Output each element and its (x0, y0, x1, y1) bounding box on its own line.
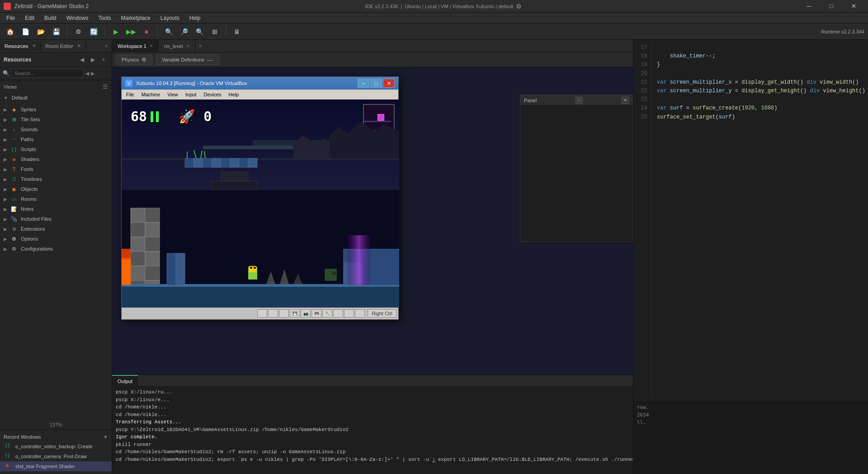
close-button[interactable]: ✕ (844, 0, 864, 13)
game-minimize-button[interactable]: ─ (358, 79, 369, 88)
maximize-button[interactable]: □ (821, 0, 842, 13)
game-menu-machine[interactable]: Machine (139, 91, 163, 98)
svg-line-45 (204, 151, 205, 158)
game-bottom-btn-8[interactable]: ℹ (333, 309, 343, 318)
add-resource-button[interactable]: + (99, 55, 108, 64)
sprites-label: Sprites (21, 107, 36, 112)
game-bottom-btn-6[interactable]: 🎮 (311, 309, 321, 318)
tab-room-editor-close[interactable]: ✕ (77, 43, 81, 49)
search-next-button[interactable]: ▶ (91, 71, 94, 76)
floating-panel-close[interactable]: ✕ (622, 97, 629, 104)
sidebar-item-notes[interactable]: ▶ 📝 Notes (0, 204, 112, 214)
run-button[interactable]: ▶ (109, 25, 122, 38)
sidebar-item-sounds[interactable]: ▶ ♪ Sounds (0, 124, 112, 134)
home-button[interactable]: 🏠 (4, 25, 16, 38)
menu-help[interactable]: Help (185, 14, 205, 22)
grid-button[interactable]: ⊞ (208, 25, 221, 38)
floating-panel-minimize[interactable]: □ (576, 97, 583, 104)
tab-resources[interactable]: Resources ✕ (0, 41, 41, 51)
add-tab-button[interactable]: + (101, 41, 112, 51)
minimize-button[interactable]: ─ (798, 0, 819, 13)
menu-build[interactable]: Build (40, 14, 61, 22)
configurations-expand-icon: ▶ (4, 246, 10, 251)
sidebar-item-configurations[interactable]: ▶ ⚙ Configurations (0, 244, 112, 254)
variable-definitions-button[interactable]: Variable Definitions — (156, 54, 219, 65)
debug-button[interactable]: ▶▶ (125, 25, 137, 38)
title-bar: Zeltroid - GameMaker Studio 2 IDE v2.2.3… (0, 0, 868, 13)
zoom-out-button[interactable]: 🔎 (178, 25, 190, 38)
menu-tools[interactable]: Tools (94, 14, 115, 22)
search-icon: 🔍 (3, 70, 9, 76)
sidebar-item-timelines[interactable]: ▶ ⏱ Timelines (0, 174, 112, 184)
tab-resources-close[interactable]: ✕ (32, 43, 36, 49)
settings-button[interactable]: ⚙ (72, 25, 85, 38)
tab-resources-label: Resources (5, 43, 28, 49)
game-bottom-btn-4[interactable]: 💾 (290, 309, 300, 318)
output-tab-label[interactable]: Output (112, 375, 138, 387)
settings-icon[interactable]: ⚙ (516, 3, 522, 10)
game-close-button[interactable]: ✕ (383, 79, 395, 88)
code-content[interactable]: 17 18 19 20 21 22 23 24 25 shake_timer--… (633, 40, 868, 402)
monitor-button[interactable]: 🖥 (231, 25, 243, 38)
save-button[interactable]: 💾 (50, 25, 62, 38)
game-menu-input[interactable]: Input (183, 91, 199, 98)
svg-rect-15 (185, 158, 194, 167)
code-lines[interactable]: shake_timer--; } var screen_multiplier_x… (651, 43, 868, 398)
menu-windows[interactable]: Windows (62, 14, 93, 22)
default-folder-row[interactable]: ▼ Default (0, 93, 112, 103)
menu-file[interactable]: File (2, 14, 19, 22)
sidebar-item-extensions[interactable]: ▶ ⊕ Extensions (0, 224, 112, 234)
add-workspace-button[interactable]: + (195, 41, 206, 51)
sidebar-item-tile-sets[interactable]: ▶ ⊞ Tile Sets (0, 114, 112, 124)
new-button[interactable]: 📄 (19, 25, 32, 38)
sidebar-item-scripts[interactable]: ▶ { } Scripts (0, 144, 112, 154)
workspace-tab-1-close[interactable]: ✕ (149, 43, 153, 48)
sidebar-item-fonts[interactable]: ▶ T Fonts (0, 164, 112, 174)
search-input[interactable] (11, 69, 84, 78)
zoom-in-button[interactable]: 🔍 (162, 25, 175, 38)
refresh-button[interactable]: 🔄 (87, 25, 100, 38)
floating-panel: Panel □ ✕ (520, 95, 633, 242)
stop-button[interactable]: ■ (140, 25, 153, 38)
sidebar-item-paths[interactable]: ▶ 〰 Paths (0, 134, 112, 144)
game-menu-view[interactable]: View (165, 91, 181, 98)
tab-room-editor[interactable]: Room Editor ✕ (41, 41, 86, 51)
recent-item-1[interactable]: { } o_controller_camera: Post-Draw (0, 451, 112, 461)
game-maximize-button[interactable]: □ (370, 79, 382, 88)
svg-rect-12 (145, 266, 160, 280)
recent-item-0[interactable]: { } o_controller_video_backup: Create (0, 441, 112, 451)
expand-button[interactable]: ▶ (88, 55, 97, 64)
status-arrow-icon[interactable]: ▲ (431, 457, 437, 464)
menu-marketplace[interactable]: Marketplace (116, 14, 155, 22)
sidebar-item-rooms[interactable]: ▶ ▭ Rooms (0, 194, 112, 204)
game-bottom-btn-10[interactable]: 🖥 (355, 309, 365, 318)
workspace-tab-rm-level-close[interactable]: ✕ (186, 43, 189, 48)
zoom-reset-button[interactable]: 🔍 (193, 25, 206, 38)
sidebar-item-included-files[interactable]: ▶ 📎 Included Files (0, 214, 112, 224)
sidebar-item-shaders[interactable]: ▶ ◈ Shaders (0, 154, 112, 164)
sidebar-item-options[interactable]: ▶ ⚙ Options (0, 234, 112, 244)
game-menu-file[interactable]: File (123, 91, 137, 98)
sidebar-item-sprites[interactable]: ▶ ◈ Sprites (0, 104, 112, 114)
recent-windows-header[interactable]: Recent Windows ▼ (0, 432, 112, 441)
physics-button[interactable]: Physics ⚙ (116, 55, 152, 65)
sounds-expand-icon: ▶ (4, 127, 10, 132)
game-menu-devices[interactable]: Devices (201, 91, 224, 98)
game-bottom-btn-7[interactable]: 🔧 (322, 309, 332, 318)
game-bottom-btn-5[interactable]: 📷 (301, 309, 311, 318)
game-menu-help[interactable]: Help (226, 91, 242, 98)
menu-edit[interactable]: Edit (20, 14, 39, 22)
views-menu-icon[interactable]: ☰ (103, 83, 108, 90)
workspace-tab-1[interactable]: Workspace 1 ✕ (112, 40, 159, 52)
game-bottom-btn-2[interactable]: ⌨ (268, 309, 278, 318)
game-bottom-btn-9[interactable]: ⚙ (344, 309, 354, 318)
open-button[interactable]: 📂 (34, 25, 47, 38)
collapse-all-button[interactable]: ◀ (77, 55, 86, 64)
search-prev-button[interactable]: ◀ (85, 71, 89, 76)
sidebar-item-objects[interactable]: ▶ ◉ Objects (0, 184, 112, 194)
workspace-tab-rm-level[interactable]: rm_level ✕ (159, 40, 195, 52)
recent-item-2[interactable]: ◈ shd_tear Fragment Shader (0, 461, 112, 471)
game-bottom-btn-1[interactable]: 🖱 (257, 309, 267, 318)
menu-layouts[interactable]: Layouts (156, 14, 184, 22)
game-bottom-btn-3[interactable]: 🖥 (279, 309, 289, 318)
